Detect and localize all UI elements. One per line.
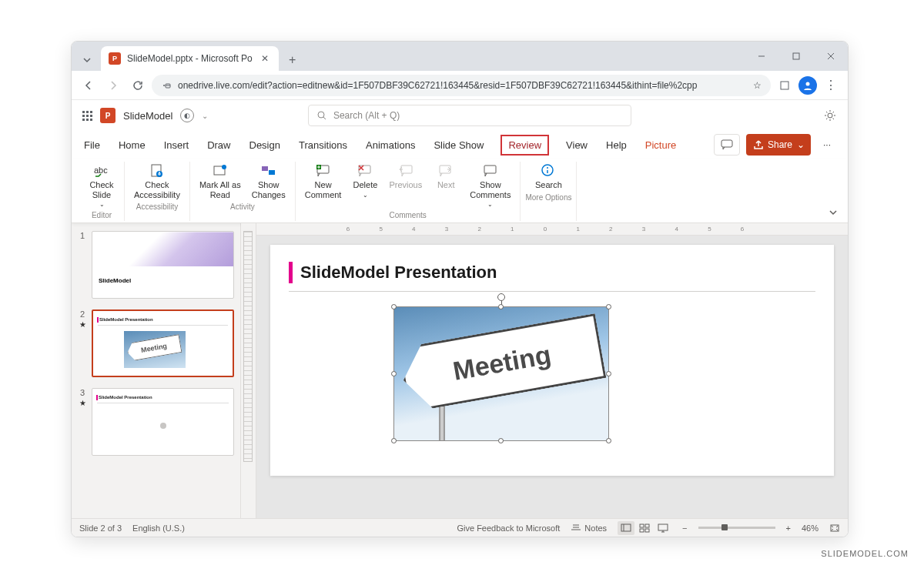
notes-icon	[571, 523, 581, 533]
smart-lookup-button[interactable]: Search	[531, 162, 567, 192]
tab-help[interactable]: Help	[604, 136, 628, 154]
resize-handle-se[interactable]	[606, 438, 611, 443]
check-accessibility-button[interactable]: Check Accessibility	[129, 162, 185, 201]
thumb-slide-1[interactable]: SlideModel	[92, 231, 234, 299]
tab-file[interactable]: File	[82, 136, 102, 154]
browser-window: P SlideModel.pptx - Microsoft Po ✕ + one…	[71, 41, 849, 537]
tab-transitions[interactable]: Transitions	[297, 136, 349, 154]
show-changes-button[interactable]: Show Changes	[247, 162, 290, 201]
thumb-slide-3[interactable]: SlideModel Presentation	[92, 388, 234, 456]
tab-search-button[interactable]	[76, 49, 98, 71]
share-button[interactable]: Share ⌄	[746, 134, 811, 156]
resize-handle-w[interactable]	[391, 371, 397, 376]
ribbon-group-comments: New Comment Delete ⌄ Previous Next	[296, 162, 521, 221]
tab-close-button[interactable]: ✕	[259, 52, 271, 65]
previous-comment-button[interactable]: Previous	[384, 162, 427, 209]
tab-home[interactable]: Home	[117, 136, 147, 154]
svg-point-14	[159, 172, 160, 173]
picture-selection-box[interactable]: Meeting	[393, 306, 609, 441]
zoom-out-button[interactable]: −	[682, 523, 687, 533]
slide-title-box[interactable]: SlideModel Presentation	[289, 262, 815, 283]
tab-animations[interactable]: Animations	[364, 136, 417, 154]
mark-all-read-button[interactable]: Mark All as Read	[195, 162, 246, 201]
ribbon-group-activity: Mark All as Read Show Changes Activity	[190, 162, 296, 221]
slide-canvas[interactable]: 6 5 4 3 2 1 0 1 2 3 4 5 6 SlideModel Pre…	[256, 223, 848, 518]
new-tab-button[interactable]: +	[282, 49, 303, 71]
rotate-handle[interactable]	[497, 293, 505, 301]
language-indicator[interactable]: English (U.S.)	[132, 523, 185, 533]
tab-picture[interactable]: Picture	[644, 136, 678, 154]
powerpoint-favicon: P	[109, 52, 121, 65]
notes-toggle[interactable]: Notes	[571, 523, 607, 533]
svg-point-7	[318, 112, 324, 118]
new-comment-button[interactable]: New Comment	[300, 162, 346, 209]
app-launcher-icon[interactable]	[82, 111, 92, 121]
search-box[interactable]: Search (Alt + Q)	[308, 105, 631, 126]
chevron-down-icon[interactable]: ⌄	[202, 112, 208, 120]
slide-surface[interactable]: SlideModel Presentation Meeting	[270, 245, 834, 476]
tab-review[interactable]: Review	[500, 135, 549, 156]
tab-insert[interactable]: Insert	[162, 136, 191, 154]
url-text: onedrive.live.com/edit?action=editnew&id…	[178, 80, 747, 91]
site-info-icon[interactable]	[161, 80, 172, 91]
tab-draw[interactable]: Draw	[206, 136, 232, 154]
ribbon-overflow-button[interactable]: ···	[817, 134, 837, 156]
svg-point-6	[806, 82, 810, 85]
new-comment-icon	[316, 163, 331, 179]
normal-view-button[interactable]	[618, 521, 634, 535]
resize-handle-s[interactable]	[498, 438, 504, 443]
delete-comment-icon	[357, 163, 373, 179]
next-comment-button[interactable]: Next	[428, 162, 464, 209]
zoom-slider[interactable]	[698, 527, 775, 529]
slide-counter[interactable]: Slide 2 of 3	[79, 523, 122, 533]
meeting-sign-image[interactable]: Meeting	[394, 307, 608, 440]
settings-button[interactable]	[823, 109, 837, 122]
thumb-slide-2[interactable]: SlideModel Presentation Meeting	[92, 309, 234, 377]
star-icon[interactable]: ☆	[753, 80, 762, 91]
resize-handle-ne[interactable]	[606, 304, 611, 309]
document-name[interactable]: SlideModel	[123, 110, 172, 122]
check-slide-button[interactable]: abc Check Slide ⌄	[84, 162, 119, 209]
share-label: Share	[768, 139, 792, 150]
address-bar[interactable]: onedrive.live.com/edit?action=editnew&id…	[152, 75, 771, 96]
reload-button[interactable]	[127, 75, 149, 96]
ribbon-group-accessibility: Check Accessibility Accessibility	[125, 162, 190, 221]
resize-handle-e[interactable]	[606, 371, 611, 376]
window-controls	[744, 42, 848, 71]
search-info-icon	[541, 163, 556, 179]
sensitivity-icon[interactable]: ◐	[180, 109, 194, 122]
sorter-view-button[interactable]	[636, 521, 653, 535]
ribbon-tabs: File Home Insert Draw Design Transitions…	[72, 131, 848, 159]
minimize-button[interactable]	[744, 42, 778, 71]
thumbnail-1[interactable]: 1 SlideModel	[78, 231, 234, 299]
slide-thumbnails-panel[interactable]: 1 SlideModel 2★ SlideModel Presentation …	[72, 223, 241, 518]
svg-point-16	[222, 165, 226, 169]
show-comments-button[interactable]: Show Comments ⌄	[465, 162, 515, 209]
close-window-button[interactable]	[813, 42, 848, 71]
zoom-in-button[interactable]: +	[786, 523, 791, 533]
extensions-icon[interactable]	[774, 75, 795, 96]
maximize-button[interactable]	[778, 42, 813, 71]
zoom-level[interactable]: 46%	[802, 523, 819, 533]
collapse-ribbon-button[interactable]	[828, 207, 839, 218]
chrome-menu-button[interactable]: ⋮	[820, 75, 842, 96]
tab-design[interactable]: Design	[248, 136, 282, 154]
feedback-link[interactable]: Give Feedback to Microsoft	[457, 523, 560, 533]
forward-button[interactable]	[102, 75, 124, 96]
delete-comment-button[interactable]: Delete ⌄	[347, 162, 383, 209]
thumbnail-2[interactable]: 2★ SlideModel Presentation Meeting	[78, 309, 234, 377]
svg-point-26	[547, 167, 548, 169]
tab-slideshow[interactable]: Slide Show	[432, 136, 485, 154]
profile-avatar[interactable]	[798, 76, 817, 95]
slideshow-view-button[interactable]	[654, 521, 671, 535]
browser-tab-active[interactable]: P SlideModel.pptx - Microsoft Po ✕	[101, 46, 279, 71]
resize-handle-sw[interactable]	[391, 438, 397, 443]
comments-pane-button[interactable]	[714, 134, 740, 156]
show-comments-icon	[483, 163, 498, 179]
fit-to-window-button[interactable]	[829, 523, 840, 533]
thumbnail-3[interactable]: 3★ SlideModel Presentation	[78, 388, 234, 456]
chevron-down-icon: ⌄	[363, 192, 368, 199]
tab-view[interactable]: View	[564, 136, 589, 154]
next-comment-icon	[438, 163, 454, 179]
back-button[interactable]	[78, 75, 99, 96]
